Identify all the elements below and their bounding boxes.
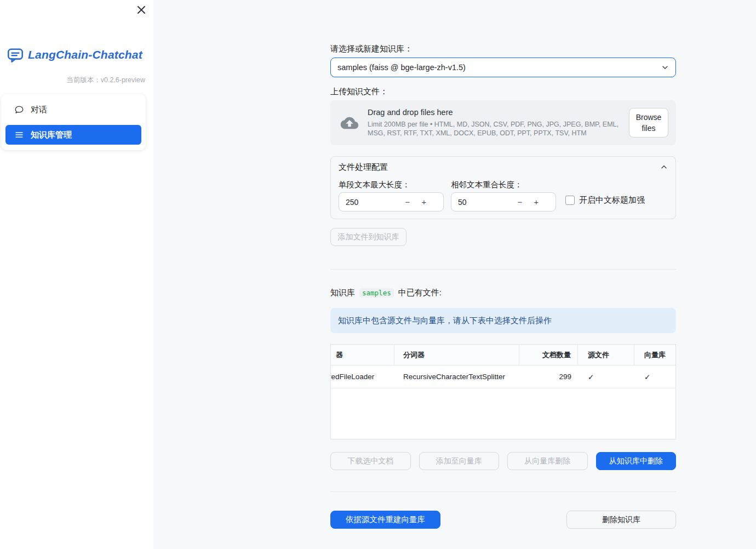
overlap-input: − + xyxy=(451,192,556,211)
max-length-decrement-button[interactable]: − xyxy=(399,193,416,211)
file-dropzone[interactable]: Drag and drop files here Limit 200MB per… xyxy=(330,100,676,145)
col-header-vector-store[interactable]: 向量库 xyxy=(634,345,675,365)
add-files-button[interactable]: 添加文件到知识库 xyxy=(330,228,406,246)
kb-selectbox[interactable]: samples (faiss @ bge-large-zh-v1.5) xyxy=(330,58,676,77)
sidebar-item-knowledge-base[interactable]: 知识库管理 xyxy=(5,125,141,145)
cell-doc-count: 299 xyxy=(519,365,578,388)
expander-header[interactable]: 文件处理配置 xyxy=(331,157,675,178)
app-logo: LangChain-Chatchat xyxy=(7,47,142,62)
download-selected-button[interactable]: 下载选中文档 xyxy=(330,452,411,470)
chat-bubble-icon xyxy=(14,105,24,115)
app-logo-text: LangChain-Chatchat xyxy=(28,48,142,61)
list-icon xyxy=(14,130,24,140)
close-icon xyxy=(137,5,146,14)
divider xyxy=(330,491,676,492)
col-header-splitter[interactable]: 分词器 xyxy=(394,345,519,365)
sidebar-item-dialogue[interactable]: 对话 xyxy=(5,100,141,119)
add-to-vector-store-button[interactable]: 添加至向量库 xyxy=(419,452,500,470)
rebuild-vector-store-button[interactable]: 依据源文件重建向量库 xyxy=(330,511,440,529)
max-length-field[interactable] xyxy=(339,198,399,207)
dropzone-text: Drag and drop files here Limit 200MB per… xyxy=(368,108,629,138)
chevron-up-icon xyxy=(660,163,668,171)
sidebar-menu: 对话 知识库管理 xyxy=(1,94,146,150)
kb-files-heading: 知识库 samples 中已有文件: xyxy=(330,288,442,298)
overlap-field[interactable] xyxy=(451,198,512,207)
table-header-row: 器 分词器 文档数量 源文件 向量库 xyxy=(331,345,675,365)
cloud-upload-icon xyxy=(340,116,359,130)
kb-files-suffix: 中已有文件: xyxy=(398,288,442,298)
kb-name-code: samples xyxy=(359,288,394,298)
max-length-label: 单段文本最大长度： xyxy=(339,180,410,190)
overlap-label: 相邻文本重合长度： xyxy=(451,180,523,190)
expander-title: 文件处理配置 xyxy=(339,162,660,173)
main-content: 请选择或新建知识库： samples (faiss @ bge-large-zh… xyxy=(330,0,676,549)
cell-loader: redFileLoader xyxy=(331,365,394,388)
kb-select-label: 请选择或新建知识库： xyxy=(330,44,413,54)
upload-label: 上传知识文件： xyxy=(330,87,388,97)
divider xyxy=(330,269,676,270)
cell-splitter: RecursiveCharacterTextSplitter xyxy=(394,365,519,388)
kb-files-prefix: 知识库 xyxy=(330,288,355,298)
browse-files-button[interactable]: Browse files xyxy=(629,108,668,138)
sidebar: LangChain-Chatchat 当前版本：v0.2.6-preview 对… xyxy=(0,0,153,549)
max-length-increment-button[interactable]: + xyxy=(416,193,432,211)
overlap-increment-button[interactable]: + xyxy=(528,193,545,211)
overlap-decrement-button[interactable]: − xyxy=(512,193,528,211)
dropzone-limit: Limit 200MB per file • HTML, MD, JSON, C… xyxy=(368,120,629,138)
file-config-expander: 文件处理配置 单段文本最大长度： 相邻文本重合长度： − + − + 开启中文标… xyxy=(330,156,676,219)
app-window: LangChain-Chatchat 当前版本：v0.2.6-preview 对… xyxy=(0,0,756,549)
delete-kb-button[interactable]: 删除知识库 xyxy=(566,511,676,529)
cell-vector-store-check: ✓ xyxy=(634,365,675,388)
sidebar-item-label: 知识库管理 xyxy=(31,130,72,140)
kb-selected-value: samples (faiss @ bge-large-zh-v1.5) xyxy=(337,63,661,72)
file-actions-row: 下载选中文档 添加至向量库 从向量库删除 从知识库中删除 xyxy=(330,452,676,470)
dropzone-title: Drag and drop files here xyxy=(368,108,629,117)
col-header-loader[interactable]: 器 xyxy=(331,345,394,365)
col-header-source-file[interactable]: 源文件 xyxy=(578,345,634,365)
files-table: 器 分词器 文档数量 源文件 向量库 redFileLoader Recursi… xyxy=(330,344,676,439)
chevron-down-icon xyxy=(661,64,669,71)
col-header-doc-count[interactable]: 文档数量 xyxy=(519,345,578,365)
chatchat-logo-icon xyxy=(7,47,24,62)
table-row[interactable]: redFileLoader RecursiveCharacterTextSpli… xyxy=(331,365,675,388)
info-banner: 知识库中包含源文件与向量库，请从下表中选择文件后操作 xyxy=(330,308,676,333)
version-label: 当前版本：v0.2.6-preview xyxy=(66,76,145,85)
sidebar-close-button[interactable] xyxy=(134,2,149,18)
delete-from-kb-button[interactable]: 从知识库中删除 xyxy=(596,452,677,470)
cell-source-file-check: ✓ xyxy=(578,365,634,388)
zh-title-enhance-label[interactable]: 开启中文标题加强 xyxy=(579,195,645,205)
remove-from-vector-store-button[interactable]: 从向量库删除 xyxy=(507,452,588,470)
zh-title-enhance-checkbox[interactable] xyxy=(565,196,575,205)
max-length-input: − + xyxy=(339,192,444,211)
sidebar-item-label: 对话 xyxy=(31,105,47,115)
